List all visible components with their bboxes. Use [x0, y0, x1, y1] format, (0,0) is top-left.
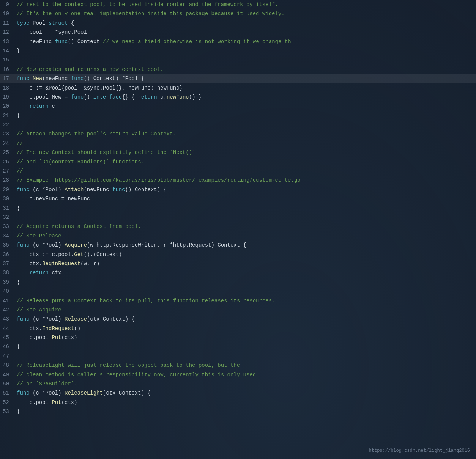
line-number: 23	[0, 130, 14, 138]
line-content: // and `Do(context.Handlers)` functions.	[14, 158, 476, 166]
token-plain: }	[17, 409, 20, 415]
token-comment: // clean method is caller's responsibili…	[17, 372, 256, 378]
code-line: 10// It's the only one real implementati…	[0, 9, 476, 18]
line-number: 25	[0, 148, 14, 157]
line-content	[14, 121, 476, 129]
token-comment: //	[17, 140, 23, 146]
token-plain: (ctx Context) {	[87, 316, 135, 322]
token-plain: () }	[189, 94, 202, 100]
line-content: // clean method is caller's responsibili…	[14, 371, 476, 379]
token-kw: struct	[49, 20, 68, 26]
watermark: https://blog.csdn.net/light_jiang2016	[369, 447, 470, 454]
line-number: 44	[0, 324, 14, 333]
line-number: 38	[0, 269, 14, 277]
token-plain: (ctx)	[61, 399, 77, 406]
line-number: 9	[0, 0, 14, 9]
code-line: 26// and `Do(context.Handlers)` function…	[0, 157, 476, 167]
line-number: 18	[0, 84, 14, 92]
token-plain: }	[17, 48, 20, 54]
token-plain: {	[68, 20, 74, 26]
code-line: 9// rest to the context pool, to be used…	[0, 0, 476, 9]
code-line: 39}	[0, 278, 476, 287]
code-line: 23// Attach changes the pool's return va…	[0, 129, 476, 138]
line-content	[14, 213, 476, 222]
line-number: 33	[0, 222, 14, 231]
token-comment: // The new Context should explicitly def…	[17, 149, 195, 156]
token-plain	[17, 103, 30, 109]
code-line: 42// See Acquire.	[0, 305, 476, 314]
line-content: }	[14, 112, 476, 120]
code-line: 14}	[0, 46, 476, 55]
line-content: // Acquire returns a Context from pool.	[14, 222, 476, 231]
token-plain: c.pool.New =	[17, 94, 71, 100]
token-plain: c.pool.	[17, 399, 52, 406]
token-kw: func	[112, 187, 125, 193]
line-content: pool *sync.Pool	[14, 28, 476, 36]
token-fn: Put	[52, 335, 61, 341]
token-plain: (w, r)	[80, 261, 99, 267]
line-content: newFunc func() Context // we need a fiel…	[14, 38, 476, 46]
line-number: 21	[0, 112, 14, 120]
line-content: ctx.EndRequest()	[14, 324, 476, 333]
line-content	[14, 287, 476, 296]
token-kw: func	[71, 94, 84, 100]
token-comment: // Acquire returns a Context from pool.	[17, 223, 141, 230]
token-fn: Attach	[65, 187, 84, 193]
token-plain: c.pool.	[17, 335, 52, 341]
token-comment: // on `SPABuilder`.	[17, 381, 77, 387]
token-plain: c.	[157, 94, 167, 100]
line-content: c.newFunc = newFunc	[14, 195, 476, 203]
code-line: 32	[0, 213, 476, 222]
code-line: 18 c := &Pool{pool: &sync.Pool{}, newFun…	[0, 83, 476, 93]
code-editor: 9// rest to the context pool, to be used…	[0, 0, 476, 417]
code-line: 31}	[0, 204, 476, 213]
token-plain	[17, 270, 30, 276]
code-line: 21}	[0, 111, 476, 120]
code-line: 45 c.pool.Put(ctx)	[0, 333, 476, 342]
line-content: // rest to the context pool, to be used …	[14, 0, 476, 9]
line-number: 48	[0, 361, 14, 369]
line-number: 15	[0, 56, 14, 64]
code-line: 28// Example: https://github.com/kataras…	[0, 176, 476, 185]
line-content: c.pool.Put(ctx)	[14, 333, 476, 342]
line-content: // Example: https://github.com/kataras/i…	[14, 176, 476, 184]
code-line: 15	[0, 55, 476, 64]
token-plain	[30, 75, 33, 82]
line-number: 10	[0, 9, 14, 18]
token-comment: // Release puts a Context back to its pu…	[17, 298, 275, 304]
line-content: }	[14, 407, 476, 416]
code-line: 50// on `SPABuilder`.	[0, 379, 476, 388]
token-kw: func	[17, 390, 30, 396]
line-content: }	[14, 204, 476, 212]
line-content: return c	[14, 102, 476, 110]
line-number: 26	[0, 158, 14, 166]
line-content: // ReleaseLight will just release the ob…	[14, 361, 476, 369]
line-number: 43	[0, 315, 14, 323]
token-fn: Release	[65, 316, 87, 322]
line-content: ctx := c.pool.Get().(Context)	[14, 250, 476, 259]
line-content: // See Release.	[14, 232, 476, 240]
line-number: 35	[0, 241, 14, 249]
token-fn: New	[33, 75, 42, 82]
line-number: 45	[0, 333, 14, 342]
code-line: 30 c.newFunc = newFunc	[0, 194, 476, 203]
token-plain: }	[17, 205, 20, 211]
token-plain: ctx.	[17, 261, 42, 267]
token-plain: ctx := c.pool.	[17, 252, 74, 258]
token-fn: ReleaseLight	[65, 390, 103, 396]
token-fn: BeginRequest	[42, 261, 80, 267]
line-number: 40	[0, 287, 14, 296]
token-plain: (c *Pool)	[30, 242, 65, 248]
token-kw: return	[30, 103, 49, 109]
line-number: 52	[0, 398, 14, 407]
line-number: 31	[0, 204, 14, 212]
line-number: 30	[0, 195, 14, 203]
line-number: 13	[0, 38, 14, 46]
code-line: 48// ReleaseLight will just release the …	[0, 361, 476, 370]
code-line: 41// Release puts a Context back to its …	[0, 296, 476, 305]
line-number: 11	[0, 19, 14, 27]
token-plain: }	[17, 344, 20, 350]
line-number: 20	[0, 102, 14, 110]
line-number: 42	[0, 306, 14, 314]
line-number: 39	[0, 278, 14, 286]
